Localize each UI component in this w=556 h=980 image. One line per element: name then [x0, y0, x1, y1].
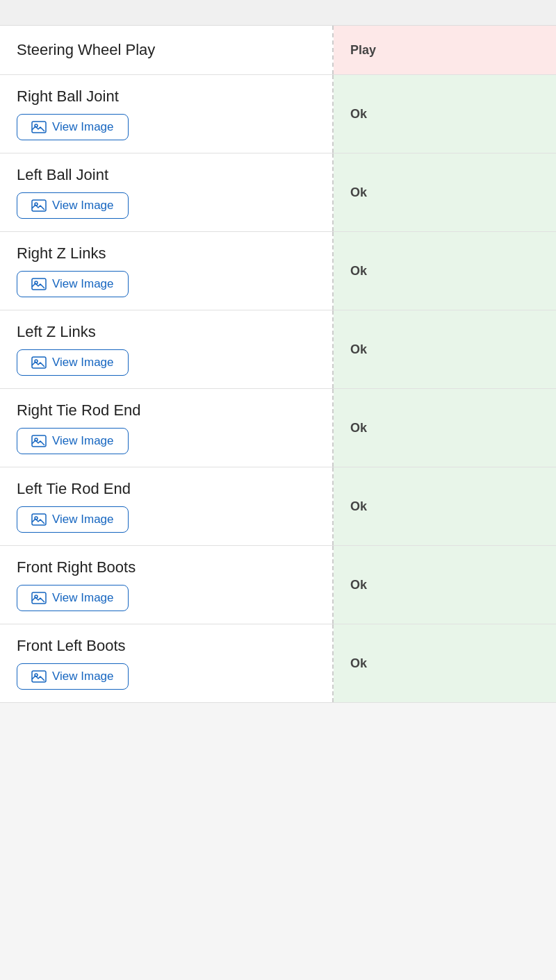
image-icon [31, 435, 47, 447]
label-cell: Left Ball Joint View Image [0, 153, 334, 231]
status-cell: Ok [334, 624, 556, 702]
status-cell: Ok [334, 310, 556, 388]
table-row: Right Ball Joint View ImageOk [0, 75, 556, 153]
view-image-button-front-left-boots[interactable]: View Image [17, 663, 129, 690]
item-name: Steering Wheel Play [17, 41, 316, 59]
table-row: Steering Wheel PlayPlay [0, 26, 556, 75]
table-row: Front Left Boots View ImageOk [0, 624, 556, 703]
table-row: Left Tie Rod End View ImageOk [0, 467, 556, 546]
label-cell: Left Z Links View Image [0, 310, 334, 388]
view-image-button-right-tie-rod-end[interactable]: View Image [17, 428, 129, 454]
table-row: Left Z Links View ImageOk [0, 310, 556, 389]
label-cell: Steering Wheel Play [0, 26, 334, 74]
image-icon [31, 356, 47, 369]
status-cell: Ok [334, 232, 556, 310]
label-cell: Right Z Links View Image [0, 232, 334, 310]
status-cell: Ok [334, 153, 556, 231]
item-name: Right Z Links [17, 244, 316, 263]
view-image-label: View Image [52, 277, 114, 291]
view-image-label: View Image [52, 670, 114, 683]
view-image-label: View Image [52, 591, 114, 605]
image-icon [31, 278, 47, 290]
image-icon [31, 199, 47, 212]
label-cell: Front Left Boots View Image [0, 624, 334, 702]
label-cell: Front Right Boots View Image [0, 546, 334, 624]
table-row: Front Right Boots View ImageOk [0, 546, 556, 624]
section-header [0, 0, 556, 26]
label-cell: Right Ball Joint View Image [0, 75, 334, 153]
view-image-label: View Image [52, 434, 114, 448]
status-badge: Ok [350, 499, 367, 514]
view-image-button-right-ball-joint[interactable]: View Image [17, 114, 129, 140]
view-image-button-left-z-links[interactable]: View Image [17, 349, 129, 376]
item-name: Front Right Boots [17, 558, 316, 576]
label-cell: Right Tie Rod End View Image [0, 389, 334, 467]
status-badge: Ok [350, 578, 367, 592]
item-name: Right Ball Joint [17, 88, 316, 106]
status-badge: Ok [350, 656, 367, 671]
item-name: Right Tie Rod End [17, 401, 316, 420]
view-image-button-left-ball-joint[interactable]: View Image [17, 192, 129, 219]
item-name: Left Z Links [17, 323, 316, 341]
label-cell: Left Tie Rod End View Image [0, 467, 334, 545]
status-badge: Ok [350, 107, 367, 122]
image-icon [31, 670, 47, 683]
table-row: Left Ball Joint View ImageOk [0, 153, 556, 232]
table-row: Right Tie Rod End View ImageOk [0, 389, 556, 467]
view-image-label: View Image [52, 199, 114, 213]
image-icon [31, 513, 47, 526]
status-cell: Ok [334, 389, 556, 467]
view-image-button-left-tie-rod-end[interactable]: View Image [17, 506, 129, 533]
view-image-label: View Image [52, 120, 114, 134]
status-badge: Play [350, 43, 376, 58]
status-cell: Ok [334, 546, 556, 624]
item-name: Left Tie Rod End [17, 480, 316, 498]
inspection-table: Steering Wheel PlayPlayRight Ball Joint … [0, 26, 556, 703]
status-badge: Ok [350, 264, 367, 279]
page-container: Steering Wheel PlayPlayRight Ball Joint … [0, 0, 556, 703]
view-image-button-right-z-links[interactable]: View Image [17, 271, 129, 297]
item-name: Left Ball Joint [17, 166, 316, 184]
view-image-label: View Image [52, 513, 114, 526]
image-icon [31, 592, 47, 604]
image-icon [31, 121, 47, 133]
item-name: Front Left Boots [17, 637, 316, 655]
status-badge: Ok [350, 185, 367, 200]
status-cell: Ok [334, 467, 556, 545]
status-cell: Play [334, 26, 556, 74]
status-badge: Ok [350, 342, 367, 357]
table-row: Right Z Links View ImageOk [0, 232, 556, 310]
view-image-label: View Image [52, 356, 114, 369]
status-badge: Ok [350, 421, 367, 435]
view-image-button-front-right-boots[interactable]: View Image [17, 585, 129, 611]
status-cell: Ok [334, 75, 556, 153]
